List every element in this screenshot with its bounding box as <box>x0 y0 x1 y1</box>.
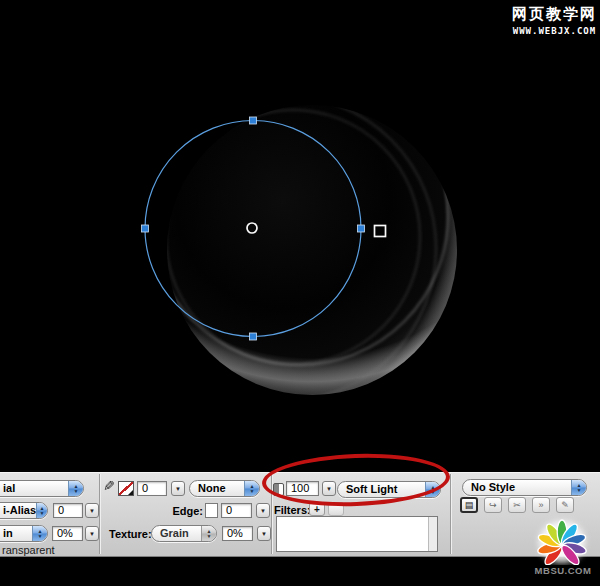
fill-edge-dropdown[interactable]: i-Alias ▲▼ <box>0 502 48 519</box>
fill-texture-amount-arrow[interactable]: ▼ <box>85 526 99 541</box>
new-style-button[interactable]: ▤ <box>460 497 478 513</box>
style-value: No Style <box>463 480 571 495</box>
fill-edge-amount-field[interactable]: 0 <box>53 503 83 518</box>
fill-type-label: ial <box>0 481 68 496</box>
stroke-tip-size-arrow[interactable]: ▼ <box>171 481 185 496</box>
selection-handle-left[interactable] <box>142 225 149 232</box>
panel-divider-1 <box>99 474 100 554</box>
document-canvas[interactable] <box>0 0 600 472</box>
watermark-bottom: MBSU.COM <box>531 565 595 576</box>
stroke-texture-value: Grain <box>152 526 201 541</box>
detach-style-icon: ✂ <box>513 500 521 510</box>
selection-handle-top[interactable] <box>250 117 257 124</box>
stroke-tip-size-field[interactable]: 0 <box>137 481 167 496</box>
application-screenshot: 网页教学网 WWW.WEBJX.COM ial ▲▼ i-Alias ▲▼ 0 … <box>0 0 600 586</box>
stroke-edge-field[interactable]: 0 <box>221 503 252 518</box>
stroke-texture-amount-arrow[interactable]: ▼ <box>257 526 271 541</box>
sphere-bottom-highlight <box>167 105 457 395</box>
stroke-color-well[interactable] <box>118 481 134 496</box>
detach-style-button[interactable]: ✂ <box>508 497 526 513</box>
selection-handle-right[interactable] <box>358 225 365 232</box>
stroke-texture-dropdown[interactable]: Grain ▲▼ <box>151 525 217 542</box>
stroke-category-value: None <box>190 481 244 496</box>
stepper-icon[interactable]: ▲▼ <box>36 503 47 518</box>
fill-transparent-label: ransparent <box>2 544 55 557</box>
new-style-icon: ▤ <box>465 500 474 510</box>
stroke-edge-arrow[interactable]: ▼ <box>256 503 270 518</box>
stepper-icon[interactable]: ▲▼ <box>68 481 83 496</box>
fill-edge-amount-arrow[interactable]: ▼ <box>85 503 99 518</box>
chevron-down-icon: ▼ <box>89 508 95 514</box>
fill-texture-label: in <box>0 526 32 541</box>
pencil-icon: ✎ <box>103 478 115 494</box>
panel-divider-3 <box>450 474 451 554</box>
expand-style-icon: » <box>538 500 543 510</box>
filters-list-scrollbar <box>428 517 437 551</box>
chevron-down-icon: ▼ <box>175 486 181 492</box>
fill-texture-dropdown[interactable]: in ▲▼ <box>0 525 48 542</box>
stepper-icon[interactable]: ▲▼ <box>571 480 586 495</box>
stroke-texture-amount-field[interactable]: 0% <box>222 526 253 541</box>
chevron-down-icon: ▼ <box>261 531 267 537</box>
fill-edge-label: i-Alias <box>0 503 36 518</box>
stroke-edge-preview[interactable] <box>205 503 218 518</box>
delete-style-icon: ✎ <box>561 500 569 510</box>
selection-handle-bottom[interactable] <box>250 333 257 340</box>
stepper-icon[interactable]: ▲▼ <box>201 526 216 541</box>
watermark-url: WWW.WEBJX.COM <box>512 26 597 36</box>
stroke-category-dropdown[interactable]: None ▲▼ <box>189 480 260 497</box>
style-dropdown[interactable]: No Style ▲▼ <box>462 479 587 496</box>
fill-type-dropdown[interactable]: ial ▲▼ <box>0 480 84 497</box>
chevron-down-icon: ▼ <box>89 531 95 537</box>
watermark-title: 网页教学网 <box>512 5 597 24</box>
stroke-edge-label: Edge: <box>160 505 203 518</box>
fill-texture-amount-field[interactable]: 0% <box>52 526 83 541</box>
watermark-top: 网页教学网 WWW.WEBJX.COM <box>512 5 597 36</box>
stroke-texture-label: Texture: <box>109 528 152 541</box>
stepper-icon[interactable]: ▲▼ <box>244 481 259 496</box>
redefine-style-button[interactable]: ↪ <box>484 497 502 513</box>
redefine-style-icon: ↪ <box>489 500 497 510</box>
filters-list[interactable] <box>276 516 438 552</box>
chevron-down-icon: ▼ <box>260 508 266 514</box>
peacock-logo <box>530 511 594 565</box>
stepper-icon[interactable]: ▲▼ <box>32 526 47 541</box>
